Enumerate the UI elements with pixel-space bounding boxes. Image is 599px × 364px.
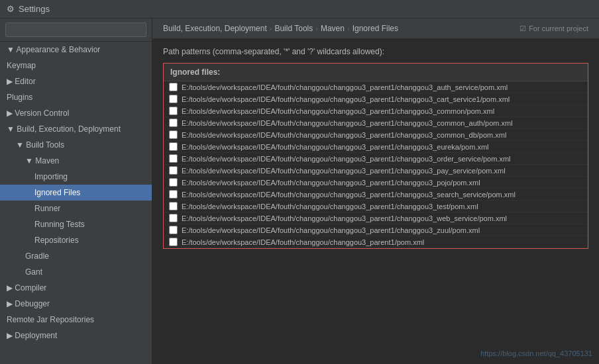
file-checkbox-8[interactable] bbox=[169, 178, 178, 187]
file-path-label: E:/tools/dev/workspace/IDEA/fouth/changg… bbox=[182, 131, 506, 139]
content-area: Build, Execution, Deployment › Build Too… bbox=[152, 19, 599, 364]
sidebar-item-deployment[interactable]: ▶ Deployment↺ bbox=[0, 328, 152, 343]
sidebar-item-build-tools[interactable]: ▼ Build Tools↺ bbox=[0, 137, 152, 153]
sidebar-item-label-remote-jar: Remote Jar Repositories bbox=[7, 315, 94, 324]
file-checkbox-2[interactable] bbox=[169, 107, 178, 115]
file-item: E:/tools/dev/workspace/IDEA/fouth/changg… bbox=[164, 141, 588, 153]
sidebar-item-label-plugins: Plugins bbox=[7, 93, 32, 102]
file-path-label: E:/tools/dev/workspace/IDEA/fouth/changg… bbox=[182, 95, 510, 103]
sidebar-item-remote-jar[interactable]: Remote Jar Repositories↺ bbox=[0, 312, 152, 328]
sidebar-item-label-runner: Runner bbox=[34, 204, 60, 213]
file-path-label: E:/tools/dev/workspace/IDEA/fouth/changg… bbox=[182, 179, 480, 187]
file-item: E:/tools/dev/workspace/IDEA/fouth/changg… bbox=[164, 212, 588, 224]
file-checkbox-5[interactable] bbox=[169, 142, 178, 151]
file-item: E:/tools/dev/workspace/IDEA/fouth/changg… bbox=[164, 236, 588, 248]
for-current-project-label: For current project bbox=[529, 24, 588, 32]
file-item: E:/tools/dev/workspace/IDEA/fouth/changg… bbox=[164, 93, 588, 105]
sidebar-item-ignored-files[interactable]: Ignored Files↺ bbox=[0, 185, 152, 201]
sidebar-item-appearance[interactable]: ▼ Appearance & Behavior↺ bbox=[0, 42, 152, 58]
file-path-label: E:/tools/dev/workspace/IDEA/fouth/changg… bbox=[182, 119, 513, 127]
breadcrumb-sep-2: › bbox=[315, 24, 318, 32]
sidebar-item-compiler[interactable]: ▶ Compiler↺ bbox=[0, 280, 152, 296]
title-bar: ⚙ Settings bbox=[0, 0, 599, 19]
sidebar-item-label-gradle: Gradle bbox=[25, 251, 49, 261]
sidebar-item-gant[interactable]: Gant↺ bbox=[0, 264, 152, 280]
file-path-label: E:/tools/dev/workspace/IDEA/fouth/changg… bbox=[182, 83, 508, 91]
breadcrumb-part-4: Ignored Files bbox=[353, 24, 398, 33]
sidebar-item-gradle[interactable]: Gradle↺ bbox=[0, 248, 152, 264]
sidebar-item-version-control[interactable]: ▶ Version Control↺ bbox=[0, 105, 152, 121]
sidebar-item-label-appearance: ▼ Appearance & Behavior bbox=[7, 45, 100, 54]
sidebar-item-plugins[interactable]: Plugins↺ bbox=[0, 89, 152, 105]
file-checkbox-12[interactable] bbox=[169, 226, 178, 234]
file-list: E:/tools/dev/workspace/IDEA/fouth/changg… bbox=[164, 81, 588, 248]
file-item: E:/tools/dev/workspace/IDEA/fouth/changg… bbox=[164, 117, 588, 129]
file-path-label: E:/tools/dev/workspace/IDEA/fouth/changg… bbox=[182, 226, 480, 234]
sidebar-item-label-running-tests: Running Tests bbox=[34, 220, 85, 229]
search-input[interactable] bbox=[5, 23, 146, 37]
file-item: E:/tools/dev/workspace/IDEA/fouth/changg… bbox=[164, 189, 588, 201]
breadcrumb-part-1: Build, Execution, Deployment bbox=[163, 24, 267, 33]
window-title: Settings bbox=[19, 4, 50, 14]
file-path-label: E:/tools/dev/workspace/IDEA/fouth/changg… bbox=[182, 203, 478, 210]
breadcrumb-part-3: Maven bbox=[321, 24, 345, 33]
file-checkbox-9[interactable] bbox=[169, 190, 178, 199]
sidebar-item-maven[interactable]: ▼ Maven↺ bbox=[0, 153, 152, 169]
sidebar-item-build-execution[interactable]: ▼ Build, Execution, Deployment↺ bbox=[0, 121, 152, 137]
file-path-label: E:/tools/dev/workspace/IDEA/fouth/changg… bbox=[182, 167, 506, 175]
sidebar-item-label-version-control: ▶ Version Control bbox=[7, 109, 69, 118]
file-item: E:/tools/dev/workspace/IDEA/fouth/changg… bbox=[164, 224, 588, 236]
sidebar-item-debugger[interactable]: ▶ Debugger↺ bbox=[0, 296, 152, 312]
sidebar-item-label-build-tools: ▼ Build Tools bbox=[16, 140, 64, 150]
breadcrumb-sep-3: › bbox=[347, 24, 350, 32]
sidebar-item-importing[interactable]: Importing↺ bbox=[0, 169, 152, 185]
breadcrumb-part-2: Build Tools bbox=[274, 24, 313, 33]
file-path-label: E:/tools/dev/workspace/IDEA/fouth/changg… bbox=[182, 238, 424, 246]
sidebar-item-editor[interactable]: ▶ Editor↺ bbox=[0, 73, 152, 89]
sidebar-item-label-keymap: Keymap bbox=[7, 61, 36, 70]
sidebar-item-keymap[interactable]: Keymap↺ bbox=[0, 58, 152, 73]
file-item: E:/tools/dev/workspace/IDEA/fouth/changg… bbox=[164, 201, 588, 212]
file-item: E:/tools/dev/workspace/IDEA/fouth/changg… bbox=[164, 153, 588, 165]
file-checkbox-13[interactable] bbox=[169, 238, 178, 246]
file-item: E:/tools/dev/workspace/IDEA/fouth/changg… bbox=[164, 129, 588, 141]
sidebar-item-label-deployment: ▶ Deployment bbox=[7, 331, 57, 340]
file-path-label: E:/tools/dev/workspace/IDEA/fouth/changg… bbox=[182, 191, 516, 199]
checkbox-icon: ☑ bbox=[519, 24, 526, 33]
file-checkbox-4[interactable] bbox=[169, 130, 178, 139]
file-path-label: E:/tools/dev/workspace/IDEA/fouth/changg… bbox=[182, 107, 494, 115]
file-checkbox-7[interactable] bbox=[169, 166, 178, 175]
sidebar-item-running-tests[interactable]: Running Tests↺ bbox=[0, 216, 152, 232]
sidebar-item-repositories[interactable]: Repositories↺ bbox=[0, 232, 152, 248]
file-path-label: E:/tools/dev/workspace/IDEA/fouth/changg… bbox=[182, 214, 507, 222]
sidebar-item-label-compiler: ▶ Compiler bbox=[7, 283, 46, 293]
path-patterns-label: Path patterns (comma-separated, '*' and … bbox=[163, 47, 588, 56]
breadcrumb: Build, Execution, Deployment › Build Too… bbox=[152, 19, 599, 39]
ignored-files-section: Ignored files: E:/tools/dev/workspace/ID… bbox=[163, 63, 588, 249]
file-checkbox-3[interactable] bbox=[169, 118, 178, 127]
file-checkbox-11[interactable] bbox=[169, 214, 178, 222]
sidebar-item-label-ignored-files: Ignored Files bbox=[34, 188, 80, 197]
sidebar-item-label-editor: ▶ Editor bbox=[7, 77, 36, 86]
file-path-label: E:/tools/dev/workspace/IDEA/fouth/changg… bbox=[182, 143, 489, 151]
file-item: E:/tools/dev/workspace/IDEA/fouth/changg… bbox=[164, 81, 588, 93]
sidebar-item-label-debugger: ▶ Debugger bbox=[7, 299, 50, 308]
file-checkbox-10[interactable] bbox=[169, 202, 178, 210]
sidebar-item-label-build-execution: ▼ Build, Execution, Deployment bbox=[7, 124, 121, 134]
settings-icon: ⚙ bbox=[7, 4, 15, 14]
sidebar-item-label-importing: Importing bbox=[34, 172, 68, 181]
sidebar-item-label-gant: Gant bbox=[25, 267, 42, 277]
breadcrumb-sep-1: › bbox=[270, 24, 272, 32]
file-checkbox-6[interactable] bbox=[169, 154, 178, 163]
ignored-files-header: Ignored files: bbox=[164, 64, 588, 81]
file-checkbox-0[interactable] bbox=[169, 83, 178, 91]
sidebar-item-runner[interactable]: Runner↺ bbox=[0, 201, 152, 216]
sidebar-item-label-maven: ▼ Maven bbox=[25, 156, 59, 165]
sidebar: ▼ Appearance & Behavior↺Keymap↺▶ Editor↺… bbox=[0, 19, 152, 364]
file-item: E:/tools/dev/workspace/IDEA/fouth/changg… bbox=[164, 105, 588, 117]
sidebar-item-label-repositories: Repositories bbox=[34, 236, 79, 245]
file-item: E:/tools/dev/workspace/IDEA/fouth/changg… bbox=[164, 177, 588, 189]
file-checkbox-1[interactable] bbox=[169, 95, 178, 103]
file-path-label: E:/tools/dev/workspace/IDEA/fouth/changg… bbox=[182, 155, 511, 163]
file-item: E:/tools/dev/workspace/IDEA/fouth/changg… bbox=[164, 165, 588, 177]
